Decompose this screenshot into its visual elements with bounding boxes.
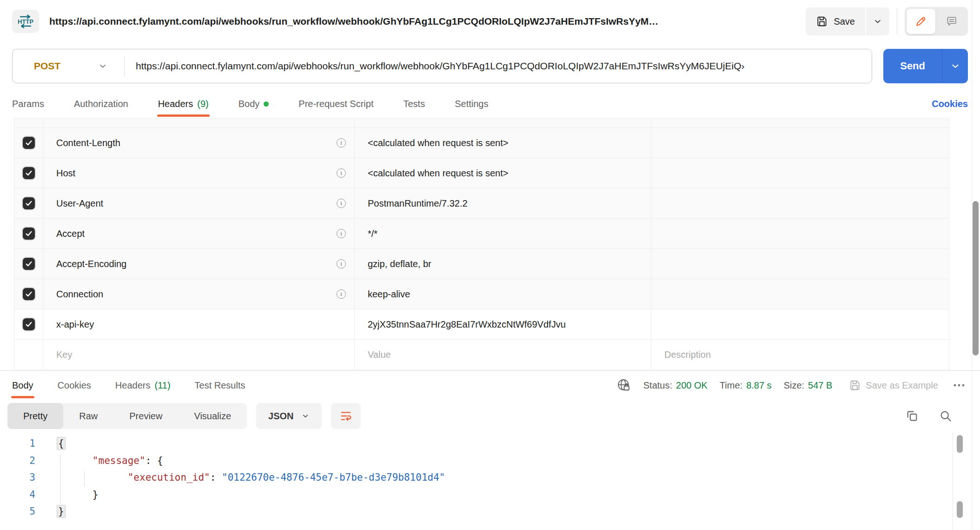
header-checkbox[interactable] [23,318,35,330]
info-icon[interactable]: i [337,168,346,178]
header-key: Host [56,168,75,179]
code-text: } [35,506,65,517]
header-key-cell[interactable]: User-Agenti [43,188,355,218]
send-button[interactable]: Send [883,49,942,83]
info-icon[interactable]: i [337,289,346,299]
header-checkbox[interactable] [23,137,35,149]
code-text: } [35,489,99,500]
header-checkbox-cell [14,309,43,339]
save-as-example-button[interactable]: Save as Example [849,379,938,391]
header-value-cell[interactable] [355,119,651,127]
header-value-cell[interactable]: <calculated when request is sent> [355,128,651,158]
header-description-cell[interactable]: Description [651,340,949,369]
tab-settings[interactable]: Settings [455,89,488,118]
tab-pre-request-script[interactable]: Pre-request Script [298,89,373,118]
code-line: 2 "message": { [0,452,980,470]
header-checkbox[interactable] [23,288,35,300]
tab-headers[interactable]: Headers(9) [158,89,209,118]
code-line: 4 } [0,486,980,503]
response-tab-headers-label: Headers [115,380,151,391]
header-checkbox[interactable] [23,197,35,209]
header-row: Connectionikeep-alive [14,279,949,309]
tab-authorization[interactable]: Authorization [74,89,128,118]
network-globe-icon[interactable] [616,378,631,393]
view-tab-preview[interactable]: Preview [113,403,178,429]
header-description-cell[interactable] [651,219,949,248]
header-value-cell[interactable]: keep-alive [355,279,651,309]
header-key-cell[interactable]: Content-Lengthi [43,128,355,158]
header-checkbox[interactable] [23,228,35,240]
header-description-cell[interactable] [651,119,949,127]
header-description-cell[interactable] [651,128,949,158]
response-meta: Status: 200 OK Time: 8.87 s Size: 547 B … [616,371,968,400]
info-icon[interactable]: i [337,229,346,238]
header-value-cell[interactable]: <calculated when request is sent> [355,158,651,188]
response-tab-headers[interactable]: Headers(11) [115,371,171,400]
copy-response-button[interactable] [906,409,919,423]
window-scrollbar-thumb[interactable] [973,201,979,356]
response-tab-body[interactable]: Body [12,371,33,400]
response-header-row: BodyCookiesHeaders(11)Test Results Statu… [0,371,980,400]
editor-scrollbar-thumb[interactable] [957,435,963,453]
header-value-cell[interactable]: */* [355,219,651,248]
info-icon[interactable]: i [337,199,346,208]
request-tabs: ParamsAuthorizationHeaders(9)BodyPre-req… [12,89,488,118]
tab-params[interactable]: Params [12,89,44,118]
floppy-icon [816,15,828,27]
header-description-cell[interactable] [651,309,949,339]
header-key-cell[interactable]: Key [43,340,355,369]
format-label: JSON [268,411,293,422]
header-row [14,119,949,128]
save-split-button: Save [806,7,889,35]
header-key-cell[interactable]: x-api-key [43,309,355,339]
info-icon[interactable]: i [337,259,346,268]
header-key-cell[interactable]: Accept-Encodingi [43,249,355,279]
header-description-cell[interactable] [651,188,949,218]
response-body-editor[interactable]: 1{2 "message": {3 "execution_id": "01226… [0,432,980,530]
header-description-cell[interactable] [651,158,949,188]
header-description-cell[interactable] [651,279,949,309]
code-token: } [57,489,99,500]
response-tab-cookies[interactable]: Cookies [58,371,91,400]
url-input[interactable] [125,49,872,83]
view-tab-visualize[interactable]: Visualize [178,403,247,429]
header-checkbox[interactable] [23,167,35,179]
fold-marker[interactable]: } [57,505,65,517]
fold-marker[interactable]: { [57,437,65,449]
header-checkbox[interactable] [23,258,35,270]
tab-tests[interactable]: Tests [403,89,425,118]
header-value-cell[interactable]: gzip, deflate, br [355,249,651,279]
method-selector[interactable]: POST [13,49,124,83]
wrap-text-button[interactable] [331,403,361,429]
send-options-button[interactable] [942,49,968,83]
code-token: "0122670e-4876-45e7-b7be-d3e79b8101d4" [222,472,445,483]
editor-scrollbar-thumb[interactable] [957,501,963,518]
edit-documentation-button[interactable] [907,9,935,34]
header-value-cell[interactable]: PostmanRuntime/7.32.2 [355,188,651,218]
view-tab-raw[interactable]: Raw [63,403,113,429]
save-options-button[interactable] [866,7,889,35]
header-value: 2yjX35tnnSaa7Hr2g8EaI7rWxbzcNtWf69VdfJvu [368,319,566,330]
request-builder-row: POST Send [0,43,980,89]
header-row: x-api-key2yjX35tnnSaa7Hr2g8EaI7rWxbzcNtW… [14,309,949,340]
save-button[interactable]: Save [806,7,865,35]
header-value-cell[interactable]: Value [355,340,651,369]
header-key-cell[interactable]: Accepti [43,219,355,248]
format-selector[interactable]: JSON [256,403,321,429]
search-response-button[interactable] [939,409,952,423]
response-tab-test-results[interactable]: Test Results [195,371,245,400]
header-key: x-api-key [56,319,94,330]
header-key-cell[interactable]: Hosti [43,158,355,188]
header-description-cell[interactable] [651,249,949,279]
response-more-options-button[interactable] [950,383,968,388]
code-token: "message" [93,455,146,466]
line-number: 2 [0,455,35,466]
comments-button[interactable] [937,9,966,34]
tab-body[interactable]: Body [238,89,269,118]
header-key-cell[interactable]: Connectioni [43,279,355,309]
view-tab-pretty[interactable]: Pretty [7,403,63,429]
header-value-cell[interactable]: 2yjX35tnnSaa7Hr2g8EaI7rWxbzcNtWf69VdfJvu [355,309,651,339]
header-key-cell[interactable] [43,119,355,127]
info-icon[interactable]: i [337,138,346,148]
cookies-link[interactable]: Cookies [932,99,968,109]
